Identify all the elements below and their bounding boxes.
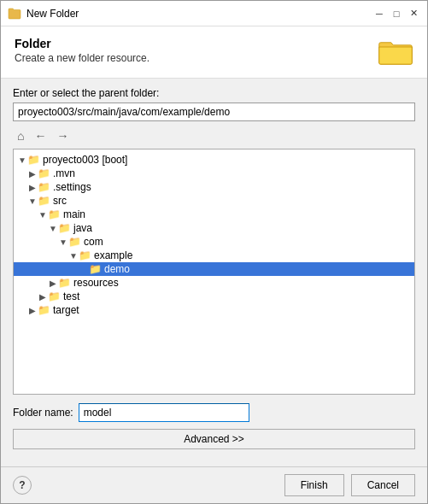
folder-name-row: Folder name: bbox=[13, 403, 415, 422]
main-label: main bbox=[63, 208, 85, 220]
folder-name-label: Folder name: bbox=[13, 407, 73, 419]
com-label: com bbox=[84, 236, 103, 248]
root-label: proyecto003 [boot] bbox=[43, 154, 127, 166]
java-toggle: ▼ bbox=[48, 224, 58, 233]
tree-item-com[interactable]: ▼ 📁 com bbox=[14, 235, 414, 249]
root-toggle: ▼ bbox=[17, 155, 27, 165]
settings-label: .settings bbox=[53, 181, 91, 193]
java-folder-icon: 📁 bbox=[58, 222, 71, 234]
help-button[interactable]: ? bbox=[13, 476, 32, 495]
footer-right: Finish Cancel bbox=[284, 474, 415, 496]
example-label: example bbox=[94, 249, 132, 261]
mvn-toggle: ▶ bbox=[27, 169, 38, 179]
resources-toggle: ▶ bbox=[48, 278, 58, 288]
settings-toggle: ▶ bbox=[27, 183, 38, 192]
header-folder-icon bbox=[378, 37, 413, 69]
src-folder-icon: 📁 bbox=[38, 195, 50, 207]
tree-root[interactable]: ▼ 📁 proyecto003 [boot] bbox=[14, 153, 414, 167]
main-folder-icon: 📁 bbox=[48, 208, 61, 220]
body: Enter or select the parent folder: ⌂ ← →… bbox=[1, 79, 427, 466]
tree-item-example[interactable]: ▼ 📁 example bbox=[14, 249, 414, 262]
com-folder-icon: 📁 bbox=[68, 236, 81, 248]
new-folder-dialog: New Folder ─ □ ✕ Folder Create a new fol… bbox=[0, 0, 428, 504]
advanced-button[interactable]: Advanced >> bbox=[13, 429, 415, 449]
root-folder-icon: 📁 bbox=[27, 154, 40, 166]
test-label: test bbox=[63, 290, 79, 302]
src-toggle: ▼ bbox=[27, 196, 38, 206]
go-back-button[interactable]: ← bbox=[30, 126, 50, 145]
title-bar-controls: ─ □ ✕ bbox=[372, 7, 420, 21]
tree-view[interactable]: ▼ 📁 proyecto003 [boot] ▶ 📁 .mvn ▶ 📁 .set… bbox=[13, 149, 415, 395]
path-label: Enter or select the parent folder: bbox=[13, 87, 415, 99]
example-folder-icon: 📁 bbox=[79, 249, 91, 261]
header-subtext: Create a new folder resource. bbox=[15, 52, 150, 64]
tree-item-test[interactable]: ▶ 📁 test bbox=[14, 290, 414, 303]
close-button[interactable]: ✕ bbox=[407, 7, 420, 21]
demo-label: demo bbox=[104, 263, 130, 275]
java-label: java bbox=[73, 222, 92, 234]
maximize-button[interactable]: □ bbox=[390, 7, 403, 21]
test-toggle: ▶ bbox=[38, 292, 48, 302]
test-folder-icon: 📁 bbox=[48, 290, 61, 302]
go-home-button[interactable]: ⌂ bbox=[13, 126, 28, 145]
path-input[interactable] bbox=[13, 103, 415, 121]
demo-toggle bbox=[79, 265, 89, 274]
toolbar-row: ⌂ ← → bbox=[13, 126, 415, 145]
footer-left: ? bbox=[13, 476, 32, 495]
target-toggle: ▶ bbox=[27, 306, 38, 315]
footer: ? Finish Cancel bbox=[1, 466, 427, 503]
target-folder-icon: 📁 bbox=[38, 304, 50, 316]
cancel-button[interactable]: Cancel bbox=[351, 474, 415, 496]
header-heading: Folder bbox=[15, 37, 150, 50]
src-label: src bbox=[53, 195, 67, 207]
header-section: Folder Create a new folder resource. bbox=[1, 26, 427, 79]
title-bar-folder-icon bbox=[8, 7, 21, 21]
folder-name-input[interactable] bbox=[79, 403, 249, 422]
tree-item-main[interactable]: ▼ 📁 main bbox=[14, 208, 414, 221]
mvn-folder-icon: 📁 bbox=[38, 167, 50, 179]
tree-item-java[interactable]: ▼ 📁 java bbox=[14, 221, 414, 235]
target-label: target bbox=[53, 304, 79, 316]
mvn-label: .mvn bbox=[53, 167, 75, 179]
example-toggle: ▼ bbox=[68, 251, 79, 261]
tree-item-target[interactable]: ▶ 📁 target bbox=[14, 303, 414, 317]
finish-button[interactable]: Finish bbox=[284, 474, 344, 496]
demo-folder-icon: 📁 bbox=[89, 263, 102, 275]
com-toggle: ▼ bbox=[58, 237, 68, 247]
tree-item-resources[interactable]: ▶ 📁 resources bbox=[14, 276, 414, 290]
tree-item-demo[interactable]: 📁 demo bbox=[14, 262, 414, 276]
main-toggle: ▼ bbox=[38, 210, 48, 220]
title-bar: New Folder ─ □ ✕ bbox=[1, 1, 427, 26]
tree-item-src[interactable]: ▼ 📁 src bbox=[14, 194, 414, 208]
tree-item-settings[interactable]: ▶ 📁 .settings bbox=[14, 180, 414, 194]
settings-folder-icon: 📁 bbox=[38, 181, 50, 193]
header-text: Folder Create a new folder resource. bbox=[15, 37, 150, 64]
resources-label: resources bbox=[73, 277, 119, 289]
go-forward-button[interactable]: → bbox=[52, 126, 73, 145]
title-bar-text: New Folder bbox=[26, 8, 372, 20]
resources-folder-icon: 📁 bbox=[58, 277, 71, 289]
tree-item-mvn[interactable]: ▶ 📁 .mvn bbox=[14, 167, 414, 180]
minimize-button[interactable]: ─ bbox=[372, 7, 386, 21]
